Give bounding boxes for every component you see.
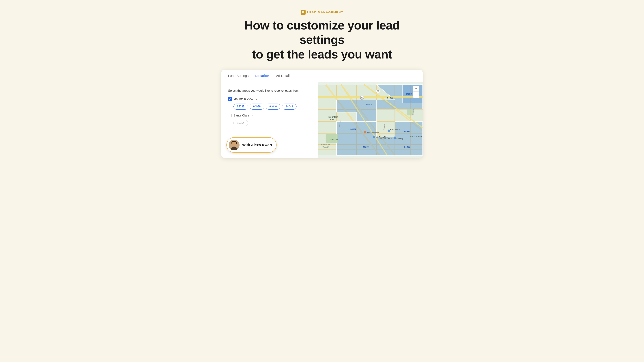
- santa-clara-checkbox[interactable]: [228, 114, 232, 117]
- svg-text:94039: 94039: [350, 128, 356, 131]
- svg-text:94043: 94043: [366, 103, 372, 106]
- svg-text:In-N-Out Burger: In-N-Out Burger: [367, 132, 379, 133]
- header-section: LEAD MANAGEMENT How to customize your le…: [221, 10, 422, 61]
- category-label: LEAD MANAGEMENT: [221, 10, 422, 15]
- presenter-name: With Alexa Kwart: [242, 143, 272, 147]
- svg-point-60: [232, 142, 236, 146]
- svg-text:94035: 94035: [387, 96, 393, 99]
- svg-text:94086: 94086: [404, 146, 410, 148]
- svg-text:Best Buy: Best Buy: [396, 138, 403, 140]
- zip-94040[interactable]: 94040: [266, 104, 280, 110]
- tab-bar: Lead Settings Location Ad Details: [221, 70, 422, 82]
- category-text: LEAD MANAGEMENT: [307, 11, 343, 14]
- zip-94043[interactable]: 94043: [282, 104, 297, 110]
- svg-text:94089: 94089: [406, 93, 412, 95]
- page-title: How to customize your lead settings to g…: [221, 18, 422, 61]
- zoom-out-button[interactable]: −: [413, 92, 419, 98]
- zip-95054[interactable]: 95054: [234, 120, 248, 126]
- map-container: Mountain View 94043 94039 94035 94089 94…: [318, 82, 422, 158]
- zoom-in-button[interactable]: +: [413, 86, 419, 92]
- ui-card: Lead Settings Location Ad Details Select…: [221, 70, 422, 158]
- svg-rect-61: [233, 146, 235, 147]
- tab-location[interactable]: Location: [255, 70, 269, 82]
- svg-text:Mountain: Mountain: [328, 116, 338, 118]
- mountain-view-group: ✓ Mountain View ∨ 94035 94039 94040 9404…: [228, 97, 311, 110]
- svg-text:237: 237: [360, 97, 363, 99]
- svg-text:99 Ranch Market: 99 Ranch Market: [376, 136, 390, 138]
- svg-text:Cuesta Park: Cuesta Park: [329, 138, 338, 140]
- map-svg: Mountain View 94043 94039 94035 94089 94…: [318, 82, 422, 158]
- santa-clara-group: Santa Clara ∨ 95054: [228, 114, 311, 126]
- mountain-view-header: ✓ Mountain View ∨: [228, 97, 311, 101]
- mountain-view-label: Mountain View: [234, 97, 253, 101]
- svg-text:BLOSSOM: BLOSSOM: [321, 144, 330, 146]
- location-instruction: Select the areas you would like to recei…: [228, 89, 311, 92]
- santa-clara-header: Santa Clara ∨: [228, 114, 311, 117]
- svg-text:85: 85: [377, 90, 379, 92]
- tab-ad-details[interactable]: Ad Details: [276, 70, 291, 82]
- santa-clara-chevron[interactable]: ∨: [252, 114, 254, 117]
- tab-lead-settings[interactable]: Lead Settings: [228, 70, 248, 82]
- zip-94035[interactable]: 94035: [234, 104, 248, 110]
- lead-management-icon: [301, 10, 306, 15]
- presenter-card: With Alexa Kwart: [226, 137, 276, 153]
- svg-text:CUERNAVACA: CUERNAVACA: [410, 135, 422, 137]
- svg-point-52: [373, 136, 376, 138]
- zip-94039[interactable]: 94039: [250, 104, 264, 110]
- svg-text:94040: 94040: [362, 146, 368, 148]
- svg-point-54: [388, 130, 390, 132]
- mountain-view-chevron[interactable]: ∨: [256, 98, 257, 100]
- avatar-inner: [229, 140, 240, 150]
- map-panel: Mountain View 94043 94039 94035 94089 94…: [318, 82, 422, 158]
- mountain-view-checkbox[interactable]: ✓: [228, 97, 232, 101]
- svg-point-1: [303, 12, 304, 12]
- santa-clara-zips: 95054: [234, 120, 311, 126]
- svg-text:Nijiya Market: Nijiya Market: [390, 129, 400, 130]
- svg-text:View: View: [330, 118, 334, 121]
- svg-text:VALLEY: VALLEY: [323, 146, 329, 148]
- svg-point-50: [364, 131, 366, 134]
- avatar: [229, 140, 240, 150]
- svg-text:94085: 94085: [404, 130, 410, 133]
- svg-point-56: [394, 136, 396, 139]
- map-zoom-controls: + −: [413, 86, 419, 98]
- santa-clara-label: Santa Clara: [234, 114, 250, 117]
- mountain-view-zips: 94035 94039 94040 94043: [234, 104, 311, 110]
